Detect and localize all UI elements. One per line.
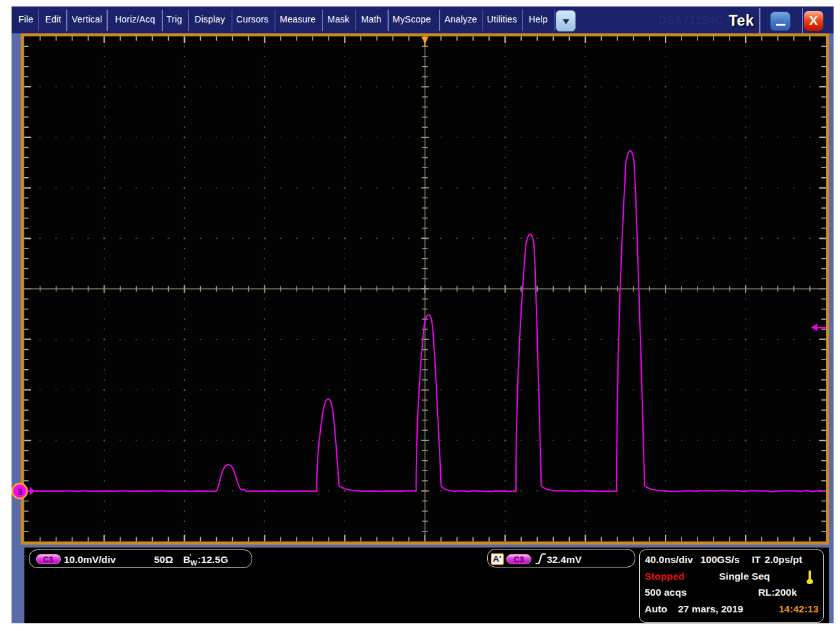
svg-text:3: 3: [17, 486, 22, 497]
